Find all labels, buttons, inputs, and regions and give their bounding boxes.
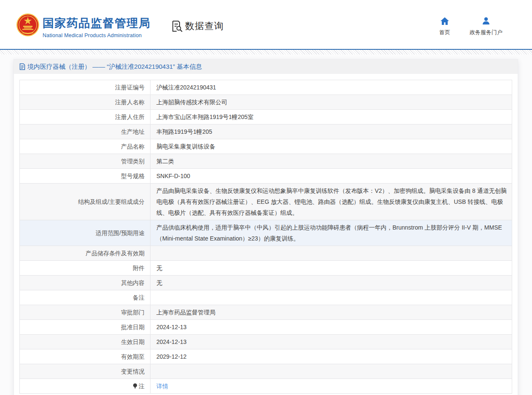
row-label: 生效日期 <box>20 335 150 349</box>
row-value-text: 无 <box>156 265 162 271</box>
row-label: 注 <box>20 379 150 394</box>
row-label-text: 生效日期 <box>121 338 145 345</box>
table-row: 附件无 <box>20 261 512 276</box>
row-value: 上海市药品监督管理局 <box>150 305 512 320</box>
row-value: 产品供临床机构使用，适用于脑卒中（中风）引起的上肢运动功能障碍患者（病程一年内，… <box>150 220 512 246</box>
row-label: 附件 <box>20 261 150 276</box>
table-row: 生产地址丰翔路1919号1幢205 <box>20 124 512 139</box>
brand-subtitle: National Medical Products Administration <box>43 32 151 38</box>
row-label-text: 其他内容 <box>121 279 145 286</box>
row-label-text: 备注 <box>133 294 145 301</box>
row-value-text: 2029-12-12 <box>156 353 187 360</box>
row-label-text: 注册人住所 <box>115 114 145 120</box>
nav-home[interactable]: 首页 <box>439 17 450 36</box>
row-value <box>150 290 512 305</box>
table-row: 型号规格SNKF-D-100 <box>20 169 512 184</box>
table-row: 生效日期2024-12-13 <box>20 335 512 349</box>
row-label-text: 注册人名称 <box>115 99 145 106</box>
row-value: 产品由脑电采集设备、生物反馈康复仪和运动想象脑卒中康复训练软件（发布版本：V2）… <box>150 184 512 220</box>
row-label-text: 注 <box>139 383 145 390</box>
site-header: 国家药品监督管理局 National Medical Products Admi… <box>0 0 532 49</box>
brand-title: 国家药品监督管理局 <box>43 16 151 31</box>
row-label: 其他内容 <box>20 276 150 290</box>
row-value <box>150 246 512 261</box>
table-row: 产品储存条件及有效期 <box>20 246 512 261</box>
row-label-text: 结构及组成/主要组成成分 <box>78 198 145 205</box>
row-value: 2029-12-12 <box>150 349 512 364</box>
row-label: 结构及组成/主要组成成分 <box>20 184 150 220</box>
row-value-text: SNKF-D-100 <box>156 173 190 179</box>
row-label-text: 管理类别 <box>121 158 145 165</box>
panel-title-bar: 境内医疗器械（注册） —— “沪械注准20242190431” 基本信息 <box>14 60 518 74</box>
data-query-section: 数据查询 <box>170 20 224 32</box>
row-value: 上海韶脑传感技术有限公司 <box>150 95 512 110</box>
row-label-text: 批准日期 <box>121 324 145 330</box>
row-value: SNKF-D-100 <box>150 169 512 184</box>
page-title: 境内医疗器械（注册） —— “沪械注准20242190431” 基本信息 <box>27 63 202 71</box>
top-nav: 首页 政务服务门户 <box>439 17 502 36</box>
table-row: 其他内容无 <box>20 276 512 290</box>
row-label: 备注 <box>20 290 150 305</box>
table-row: 适用范围/预期用途产品供临床机构使用，适用于脑卒中（中风）引起的上肢运动功能障碍… <box>20 220 512 246</box>
row-value-text: 无 <box>156 279 162 286</box>
row-value: 丰翔路1919号1幢205 <box>150 124 512 139</box>
table-row: 变更情况 <box>20 364 512 379</box>
user-icon <box>482 17 490 25</box>
data-query-label: 数据查询 <box>185 20 224 32</box>
nav-gov-portal-label: 政务服务门户 <box>470 29 502 36</box>
row-label-text: 注册证编号 <box>115 84 145 91</box>
row-label-text: 产品储存条件及有效期 <box>86 250 145 257</box>
row-value-text: 上海市宝山区丰翔路1919号1幢205室 <box>156 114 253 120</box>
row-label-text: 有效期至 <box>121 353 145 360</box>
row-label-text: 型号规格 <box>121 173 145 179</box>
row-label: 型号规格 <box>20 169 150 184</box>
row-value-text: 丰翔路1919号1幢205 <box>156 128 212 135</box>
table-row: 批准日期2024-12-13 <box>20 320 512 335</box>
row-value-text: 产品由脑电采集设备、生物反馈康复仪和运动想象脑卒中康复训练软件（发布版本：V2）… <box>156 187 507 216</box>
row-value: 脑电采集康复训练设备 <box>150 139 512 154</box>
hatch-stripe <box>0 50 532 54</box>
home-icon <box>440 17 449 25</box>
note-balloon-icon <box>133 383 137 389</box>
row-value <box>150 364 512 379</box>
row-label: 注册证编号 <box>20 80 150 95</box>
row-label-text: 适用范围/预期用途 <box>96 230 145 236</box>
row-label-text: 审批部门 <box>121 309 145 316</box>
table-row: 审批部门上海市药品监督管理局 <box>20 305 512 320</box>
content-area: 境内医疗器械（注册） —— “沪械注准20242190431” 基本信息 注册证… <box>0 54 532 395</box>
table-row: 结构及组成/主要组成成分产品由脑电采集设备、生物反馈康复仪和运动想象脑卒中康复训… <box>20 184 512 220</box>
row-value: 上海市宝山区丰翔路1919号1幢205室 <box>150 110 512 124</box>
row-label: 生产地址 <box>20 124 150 139</box>
row-label-text: 产品名称 <box>121 143 145 150</box>
row-value-text: 沪械注准20242190431 <box>156 84 216 91</box>
row-value-text: 2024-12-13 <box>156 324 187 330</box>
row-value: 2024-12-13 <box>150 335 512 349</box>
document-icon <box>19 63 25 70</box>
detail-link[interactable]: 详情 <box>156 383 168 390</box>
table-row: 注册人住所上海市宝山区丰翔路1919号1幢205室 <box>20 110 512 124</box>
row-value-text: 上海市药品监督管理局 <box>156 309 215 316</box>
row-label-text: 变更情况 <box>121 368 145 375</box>
table-row: 管理类别第二类 <box>20 154 512 169</box>
row-label: 注册人住所 <box>20 110 150 124</box>
row-label: 产品储存条件及有效期 <box>20 246 150 261</box>
row-label: 注册人名称 <box>20 95 150 110</box>
nav-gov-portal[interactable]: 政务服务门户 <box>470 17 502 36</box>
row-value-text: 脑电采集康复训练设备 <box>156 143 215 150</box>
registration-detail-table: 注册证编号沪械注准20242190431注册人名称上海韶脑传感技术有限公司注册人… <box>19 80 512 394</box>
row-label: 变更情况 <box>20 364 150 379</box>
row-value-text: 上海韶脑传感技术有限公司 <box>156 99 227 106</box>
table-row: 有效期至2029-12-12 <box>20 349 512 364</box>
table-row: 注册人名称上海韶脑传感技术有限公司 <box>20 95 512 110</box>
table-row: 备注 <box>20 290 512 305</box>
row-label: 审批部门 <box>20 305 150 320</box>
table-row: 产品名称脑电采集康复训练设备 <box>20 139 512 154</box>
detail-table-wrapper: 注册证编号沪械注准20242190431注册人名称上海韶脑传感技术有限公司注册人… <box>19 80 512 394</box>
table-row: 注册证编号沪械注准20242190431 <box>20 80 512 95</box>
row-value-text: 第二类 <box>156 158 174 165</box>
brand-block: 国家药品监督管理局 National Medical Products Admi… <box>43 16 151 38</box>
row-value: 第二类 <box>150 154 512 169</box>
row-label: 管理类别 <box>20 154 150 169</box>
row-value-text: 2024-12-13 <box>156 338 187 345</box>
registration-info-panel: 境内医疗器械（注册） —— “沪械注准20242190431” 基本信息 注册证… <box>13 59 518 395</box>
